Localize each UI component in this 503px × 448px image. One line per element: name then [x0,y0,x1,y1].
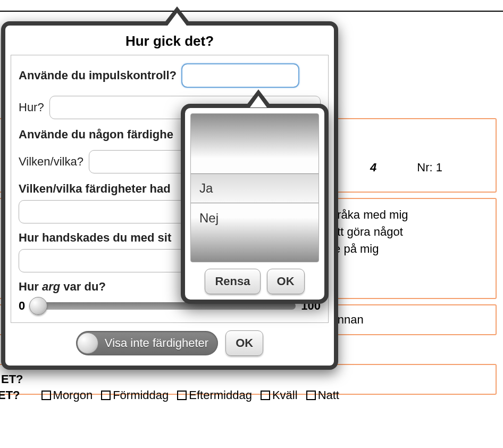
dialog-pointer-icon [162,6,192,26]
bg-line-3: te på mig [331,240,485,258]
q-fardighet-label: Använde du någon färdighe [19,128,173,142]
time-opt-formiddag[interactable]: Förmiddag [101,388,169,402]
picker-clear-button[interactable]: Rensa [205,269,260,294]
hide-skills-toggle[interactable]: Visa inte färdigheter [76,331,218,355]
bg-line-2: att göra något [331,223,485,240]
q-vilken-label: Vilken/vilka? [19,155,83,169]
picker-ok-button[interactable]: OK [267,269,305,294]
toggle-knob-icon [77,333,98,354]
q-impulskontroll-label: Använde du impulskontroll? [19,69,177,82]
dialog-ok-button[interactable]: OK [225,330,263,356]
et-label: ET? [0,388,20,402]
time-opt-eftermiddag[interactable]: Eftermiddag [177,388,252,402]
q-impulskontroll-select[interactable] [182,64,299,87]
picker-wheel[interactable]: Ja Nej [190,113,319,262]
nr-label: Nr: [417,161,432,174]
bg-line-1: bråka med mig [331,206,485,223]
q-vilkafardigheter-label: Vilken/vilka färdigheter had [19,182,171,196]
slider-min: 0 [19,299,25,313]
yesno-picker: Ja Nej Rensa OK [181,104,329,304]
q-handskades-label: Hur handskades du med sit [19,231,171,245]
nr-suffix: 4 [370,161,376,174]
picker-option-ja[interactable]: Ja [191,173,318,203]
time-opt-natt[interactable]: Natt [306,388,339,402]
time-opt-kvall[interactable]: Kväll [261,388,298,402]
hide-skills-label: Visa inte färdigheter [105,336,208,350]
q-arg-label: Hur arg var du? [19,280,106,294]
dialog-title: Hur gick det? [5,26,334,55]
nr-value: 1 [436,161,442,174]
picker-option-nej[interactable]: Nej [191,203,318,233]
slider-thumb[interactable] [29,297,47,315]
picker-pointer-icon [245,89,272,107]
time-opt-morgon[interactable]: Morgon [41,388,93,402]
time-row: ET? Morgon Förmiddag Eftermiddag Kväll N… [0,382,500,409]
q-hur-label: Hur? [19,101,44,114]
divider [0,11,503,12]
